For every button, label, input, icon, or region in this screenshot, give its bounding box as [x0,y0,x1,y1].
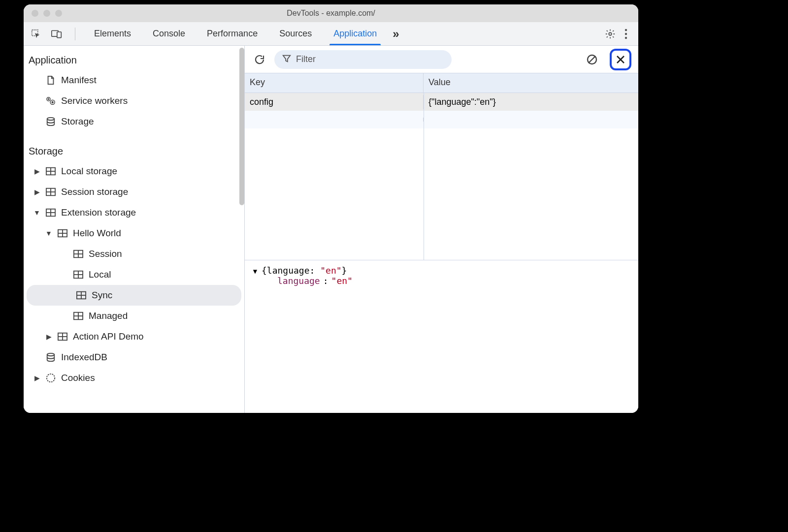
sidebar-item-cookies[interactable]: ▶ Cookies [24,368,244,388]
tab-application[interactable]: Application [323,22,388,45]
sidebar-item-label: Action API Demo [73,331,144,342]
inspect-element-icon[interactable] [31,29,41,39]
sidebar-item-label: IndexedDB [61,352,107,363]
gears-icon [45,95,56,106]
clear-all-button[interactable] [584,52,600,67]
sidebar-item-label: Local storage [61,166,117,177]
sidebar-item-action-api-demo[interactable]: ▶ Action API Demo [24,326,244,347]
sidebar-item-label: Session [89,249,122,259]
storage-table-body: config {"language":"en"} [245,93,638,260]
arrow-right-icon: ▶ [45,333,52,341]
preview-text: : [323,276,328,286]
panel-tabbar: Elements Console Performance Sources App… [24,22,638,46]
storage-toolbar [245,46,638,73]
section-storage: Storage [24,140,244,161]
tabbar-divider [75,28,75,40]
svg-rect-2 [57,31,61,37]
sidebar-item-local[interactable]: Local [24,264,244,285]
arrow-right-icon: ▶ [33,167,40,175]
column-key[interactable]: Key [245,73,424,93]
sidebar-item-managed[interactable]: Managed [24,306,244,326]
panel-tabs: Elements Console Performance Sources App… [83,22,399,45]
content-area: Application Manifest [24,46,638,413]
svg-point-39 [47,353,55,356]
svg-point-8 [48,98,49,99]
sidebar-item-label: Service workers [61,95,128,106]
table-icon [45,187,56,197]
delete-selected-button[interactable] [610,49,631,70]
preview-property[interactable]: language: "en" [277,276,631,286]
sidebar-item-indexeddb[interactable]: IndexedDB [24,347,244,368]
sidebar-item-label: Managed [89,311,128,321]
table-icon [57,228,68,239]
table-icon [73,311,84,321]
table-icon [57,331,68,342]
sidebar-item-session[interactable]: Session [24,244,244,264]
arrow-down-icon: ▼ [33,209,40,217]
table-icon [45,207,56,218]
preview-string: "en" [320,265,341,276]
value-preview: ▼ {language: "en"} language: "en" [245,260,638,413]
sidebar-item-label: Session storage [61,187,128,197]
storage-table-header: Key Value [245,73,638,93]
sidebar-item-session-storage[interactable]: ▶ Session storage [24,182,244,202]
filter-input[interactable] [296,54,444,64]
table-row-empty [245,111,638,128]
table-icon [76,290,87,301]
window-title: DevTools - example.com/ [24,9,638,18]
storage-panel: Key Value config {"language":"en"} ▼ {la… [245,46,638,413]
sidebar-item-label: Sync [92,290,112,301]
tab-label: Sources [279,29,312,39]
table-icon [45,166,56,177]
tab-label: Elements [94,29,131,39]
svg-point-40 [47,374,55,382]
sidebar-item-extension-storage[interactable]: ▼ Extension storage [24,202,244,223]
more-tabs-button[interactable]: » [393,28,399,40]
device-toolbar-icon[interactable] [51,29,62,39]
tab-label: Application [333,29,377,39]
sidebar-scrollbar[interactable] [239,48,244,205]
tab-performance[interactable]: Performance [196,22,268,45]
window-zoom-button[interactable] [55,10,62,17]
sidebar-item-label: Local [89,269,111,280]
sidebar-item-hello-world[interactable]: ▼ Hello World [24,223,244,244]
more-options-icon[interactable] [624,29,627,39]
database-icon [45,352,56,363]
sidebar-item-storage[interactable]: Storage [24,111,244,132]
devtools-window: DevTools - example.com/ Elements Console… [24,4,638,413]
sidebar-item-manifest[interactable]: Manifest [24,70,244,91]
cell-key: config [245,95,424,109]
svg-point-6 [625,36,627,38]
filter-field[interactable] [274,50,452,69]
sidebar-item-local-storage[interactable]: ▶ Local storage [24,161,244,182]
column-value[interactable]: Value [424,73,638,93]
window-traffic-lights [32,10,62,17]
window-close-button[interactable] [32,10,38,17]
tab-label: Performance [207,29,258,39]
table-icon [73,269,84,280]
preview-text: } [342,265,347,276]
filter-icon [282,54,291,65]
cookie-icon [45,373,56,383]
tab-console[interactable]: Console [142,22,196,45]
refresh-button[interactable] [252,52,267,67]
tab-sources[interactable]: Sources [268,22,323,45]
arrow-down-icon: ▼ [45,229,52,237]
svg-point-10 [52,101,53,103]
sidebar-item-label: Storage [61,116,94,127]
arrow-right-icon: ▶ [33,374,40,382]
preview-text: {language: [262,265,320,276]
svg-point-11 [47,118,55,120]
tab-label: Console [153,29,185,39]
sidebar-item-service-workers[interactable]: Service workers [24,91,244,111]
table-row[interactable]: config {"language":"en"} [245,93,638,111]
sidebar-item-sync[interactable]: Sync [27,285,241,306]
cell-value: {"language":"en"} [424,95,638,109]
column-divider[interactable] [424,93,424,260]
settings-icon[interactable] [605,29,616,39]
window-minimize-button[interactable] [43,10,50,17]
tab-elements[interactable]: Elements [83,22,142,45]
sidebar-item-label: Extension storage [61,207,136,218]
preview-prop-name: language [277,276,320,286]
preview-summary[interactable]: ▼ {language: "en"} [252,265,631,276]
